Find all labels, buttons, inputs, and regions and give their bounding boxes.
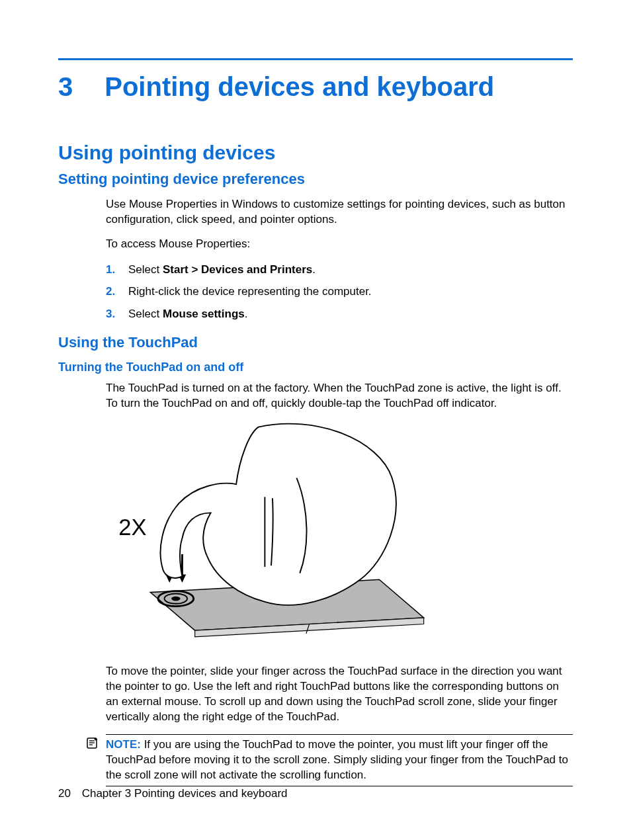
step-number: 3. — [106, 306, 116, 323]
top-rule — [58, 58, 573, 60]
note-text: NOTE: If you are using the TouchPad to m… — [106, 734, 573, 786]
paragraph: To move the pointer, slide your finger a… — [106, 664, 573, 725]
list-item: 2. Right-click the device representing t… — [106, 283, 573, 300]
section-heading-using-pointing-devices: Using pointing devices — [58, 142, 573, 164]
step-text: Select Mouse settings. — [128, 306, 247, 323]
page-number: 20 — [58, 787, 71, 800]
subsubsection-heading-turning-on-off: Turning the TouchPad on and off — [58, 360, 573, 374]
chapter-heading: 3 Pointing devices and keyboard — [58, 72, 573, 102]
step-number: 2. — [106, 283, 116, 300]
touchpad-double-tap-illustration: 2X — [106, 421, 437, 650]
note-block: NOTE: If you are using the TouchPad to m… — [86, 734, 573, 786]
note-body: If you are using the TouchPad to move th… — [106, 738, 568, 781]
chapter-title: Pointing devices and keyboard — [105, 72, 494, 102]
touchpad-body: The TouchPad is turned on at the factory… — [106, 381, 573, 725]
touchpad-figure: 2X — [106, 421, 573, 652]
page: 3 Pointing devices and keyboard Using po… — [0, 0, 631, 840]
note-icon — [86, 734, 99, 786]
svg-point-5 — [171, 597, 180, 601]
list-item: 3. Select Mouse settings. — [106, 306, 573, 323]
paragraph: The TouchPad is turned on at the factory… — [106, 381, 573, 411]
preferences-body: Use Mouse Properties in Windows to custo… — [106, 197, 573, 322]
footer-chapter-label: Chapter 3 Pointing devices and keyboard — [82, 787, 288, 800]
step-number: 1. — [106, 261, 116, 278]
note-label: NOTE: — [106, 738, 141, 751]
paragraph: Use Mouse Properties in Windows to custo… — [106, 197, 573, 228]
step-text: Select Start > Devices and Printers. — [128, 261, 316, 278]
figure-label-2x: 2X — [118, 515, 146, 540]
paragraph: To access Mouse Properties: — [106, 237, 573, 252]
subsection-heading-preferences: Setting pointing device preferences — [58, 171, 573, 188]
subsection-heading-using-touchpad: Using the TouchPad — [58, 334, 573, 351]
step-text: Right-click the device representing the … — [128, 283, 372, 300]
chapter-number: 3 — [58, 72, 73, 102]
steps-list: 1. Select Start > Devices and Printers. … — [106, 261, 573, 323]
page-footer: 20 Chapter 3 Pointing devices and keyboa… — [58, 787, 288, 800]
list-item: 1. Select Start > Devices and Printers. — [106, 261, 573, 278]
